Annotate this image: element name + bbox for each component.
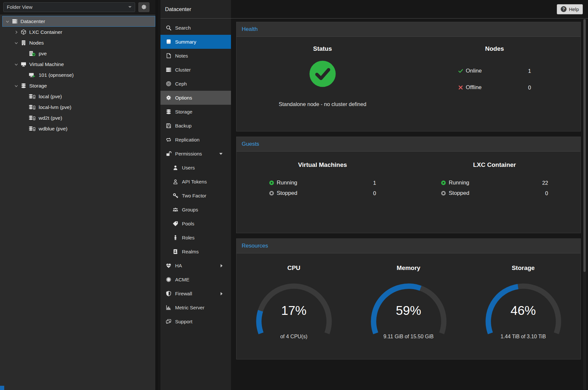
view-mode-select[interactable]: Folder View xyxy=(3,2,135,12)
book-icon xyxy=(166,39,172,45)
menu-item-two-factor[interactable]: Two Factor xyxy=(160,189,231,203)
menu-item-support[interactable]: Support xyxy=(160,315,231,329)
menu-item-users[interactable]: Users xyxy=(160,161,231,175)
search-icon xyxy=(166,25,172,31)
vertical-scrollbar[interactable] xyxy=(583,19,586,390)
gear-icon xyxy=(141,4,147,10)
chevron-down-icon[interactable] xyxy=(14,62,20,67)
node-online-row: Online 1 xyxy=(458,65,531,76)
tree-item-wdblue[interactable]: wdblue (pve) xyxy=(0,123,155,134)
chevron-down-icon[interactable] xyxy=(14,84,20,88)
bar-chart-icon xyxy=(166,305,172,310)
menu-item-metric-server[interactable]: Metric Server xyxy=(160,301,231,315)
menu-item-ceph[interactable]: Ceph xyxy=(160,77,231,91)
online-count: 1 xyxy=(528,68,531,74)
menu-item-notes[interactable]: Notes xyxy=(160,49,231,63)
tree-item-pve[interactable]: pve xyxy=(0,48,155,59)
guests-panel-body: Virtual Machines Running 1 Stopped 0 xyxy=(236,152,581,233)
content-titlebar: ? Help xyxy=(231,0,588,19)
lxc-stopped-count: 0 xyxy=(545,190,548,196)
tree-item-wd2t[interactable]: wd2t (pve) xyxy=(0,113,155,123)
help-button[interactable]: ? Help xyxy=(557,4,583,14)
chevron-down-icon xyxy=(128,6,132,8)
vm-running-row: Running 1 xyxy=(269,178,376,188)
menu-item-options[interactable]: Options xyxy=(160,91,231,105)
play-circle-icon xyxy=(441,180,446,185)
menu-item-search[interactable]: Search xyxy=(160,21,231,35)
menu-item-storage[interactable]: Storage xyxy=(160,105,231,119)
lxc-running-count: 22 xyxy=(542,180,548,186)
scrollbar-thumb[interactable] xyxy=(583,19,586,272)
splitter-handle[interactable] xyxy=(0,386,4,390)
tree-item-label: Virtual Machine xyxy=(29,61,64,67)
node-offline-row: Offline 0 xyxy=(458,82,531,93)
panel-title-text: Datacenter xyxy=(165,6,191,12)
user-outline-icon xyxy=(173,179,178,184)
menu-item-label: Search xyxy=(175,25,191,31)
open-lock-icon xyxy=(166,151,172,156)
menu-item-api-tokens[interactable]: API Tokens xyxy=(160,175,231,189)
health-panel-title: Health xyxy=(236,22,581,37)
menu-item-acme[interactable]: ACME xyxy=(160,273,231,287)
ceph-icon xyxy=(166,81,172,87)
users-group-icon xyxy=(173,207,178,212)
menu-item-label: Summary xyxy=(175,39,196,45)
tree-item-label: pve xyxy=(39,51,47,57)
menu-item-label: Firewall xyxy=(175,291,192,296)
tree-item-label: wd2t (pve) xyxy=(39,115,62,121)
badge-icon xyxy=(166,277,172,282)
vm-rows: Running 1 Stopped 0 xyxy=(269,178,376,198)
menu-item-summary[interactable]: Summary xyxy=(160,35,231,49)
menu-item-pools[interactable]: Pools xyxy=(160,217,231,231)
resource-tree-panel: Folder View Datacenter LXC Container Nod… xyxy=(0,0,158,390)
person-icon xyxy=(173,235,178,240)
tree-item-local[interactable]: local (pve) xyxy=(0,91,155,102)
tree-item-nodes[interactable]: Nodes xyxy=(0,37,155,48)
nodes-column: Nodes Online 1 Offline 0 xyxy=(409,45,581,121)
menu-item-firewall[interactable]: Firewall xyxy=(160,287,231,301)
tree-item-101-opnsense[interactable]: 101 (opnsense) xyxy=(0,70,155,80)
menu-item-ha[interactable]: HA xyxy=(160,259,231,273)
tree-item-virtual-machine[interactable]: Virtual Machine xyxy=(0,59,155,70)
menu-item-label: Pools xyxy=(182,221,194,226)
proxmox-app: Folder View Datacenter LXC Container Nod… xyxy=(0,0,588,390)
menu-item-label: Metric Server xyxy=(175,305,204,310)
memory-gauge: Memory 59% 9.11 GiB of 15.50 GiB xyxy=(351,264,466,340)
stop-circle-icon xyxy=(441,191,446,196)
tree-item-lxc-container[interactable]: LXC Container xyxy=(0,27,155,37)
chevron-down-icon[interactable] xyxy=(14,41,20,45)
menu-item-groups[interactable]: Groups xyxy=(160,203,231,217)
tree-item-local-lvm[interactable]: local-lvm (pve) xyxy=(0,102,155,113)
tree-item-label: local (pve) xyxy=(39,94,62,100)
note-icon xyxy=(166,53,172,59)
database-icon xyxy=(20,83,27,88)
health-panel: Health Status Standalone node - no clust… xyxy=(236,22,581,131)
menu-item-realms[interactable]: Realms xyxy=(160,245,231,259)
tree-settings-button[interactable] xyxy=(138,2,149,12)
chevron-down-icon[interactable] xyxy=(5,19,12,24)
menu-item-backup[interactable]: Backup xyxy=(160,119,231,133)
menu-item-label: Support xyxy=(175,319,192,324)
lxc-stopped-row: Stopped 0 xyxy=(441,188,548,198)
tree-item-label: Storage xyxy=(29,83,47,89)
database-icon xyxy=(166,109,172,114)
x-icon xyxy=(458,85,463,90)
menu-item-label: ACME xyxy=(175,277,189,282)
storage-heading: Storage xyxy=(512,264,535,272)
guests-panel: Guests Virtual Machines Running 1 Stoppe… xyxy=(236,137,581,233)
memory-percent: 59% xyxy=(362,303,456,318)
vm-stopped-count: 0 xyxy=(373,190,376,196)
tree-item-label: LXC Container xyxy=(29,29,62,35)
stop-circle-icon xyxy=(269,191,274,196)
tree-item-label: Datacenter xyxy=(20,19,45,24)
panel-title: Datacenter xyxy=(160,0,231,19)
key-icon xyxy=(173,193,178,198)
address-book-icon xyxy=(173,249,178,254)
tree-item-datacenter[interactable]: Datacenter xyxy=(2,16,155,27)
menu-item-replication[interactable]: Replication xyxy=(160,133,231,147)
tree-item-storage[interactable]: Storage xyxy=(0,80,155,91)
chevron-right-icon[interactable] xyxy=(14,30,20,34)
menu-item-permissions[interactable]: Permissions xyxy=(160,147,231,161)
menu-item-cluster[interactable]: Cluster xyxy=(160,63,231,77)
menu-item-roles[interactable]: Roles xyxy=(160,231,231,245)
